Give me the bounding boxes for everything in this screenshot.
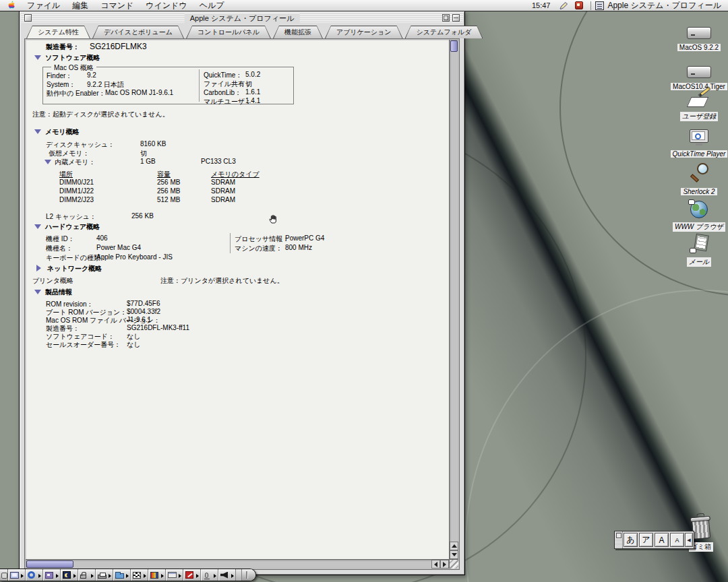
icon-label: Sherlock 2 (681, 188, 717, 195)
strip-module-keychain[interactable] (78, 569, 96, 581)
control-strip-pull-tab[interactable] (242, 569, 255, 581)
close-box-icon[interactable] (24, 14, 32, 22)
window-icon (168, 572, 177, 578)
palette-drag-handle[interactable] (615, 531, 623, 548)
menu-file[interactable]: ファイル (21, 0, 66, 11)
field-value: 切 (140, 149, 147, 158)
application-menu[interactable]: Apple システム・プロフィール (595, 0, 728, 11)
globe-icon (690, 201, 708, 218)
field-value: 9.2.2 日本語 (87, 80, 124, 90)
field-value: SG216DFL-MK3-ff11 (127, 324, 189, 331)
menu-command[interactable]: コマンド (94, 0, 140, 11)
menu-help[interactable]: ヘルプ (193, 0, 231, 11)
table-cell: DIMM0/J21 (59, 179, 94, 186)
disclosure-triangle-icon[interactable] (34, 55, 41, 60)
apple-menu-icon[interactable] (7, 1, 16, 11)
table-cell: SDRAM (211, 196, 235, 203)
strip-module-microphone[interactable] (201, 569, 218, 581)
field-label: 動作中の Enabler： (47, 89, 105, 98)
field-label: Finder： (47, 71, 72, 81)
control-strip-end-cap[interactable] (0, 569, 8, 581)
disclosure-triangle-icon[interactable] (44, 160, 51, 164)
zoom-box-icon[interactable] (442, 14, 450, 22)
field-label: マルチユーザ： (204, 97, 251, 106)
strip-module-energy-saver[interactable] (61, 569, 78, 581)
printer-section-header: プリンタ概略 (32, 276, 73, 286)
input-method-palette[interactable]: あ ア A A ◀ (614, 531, 694, 549)
memory-table-header-type: メモリのタイプ (211, 170, 260, 179)
romaji-mode-button[interactable]: A (655, 533, 669, 547)
field-value: PC133 CL3 (201, 158, 236, 165)
horizontal-scroll-thumb[interactable] (26, 560, 73, 568)
microphone-icon (205, 573, 208, 578)
app-switcher-icon[interactable] (575, 1, 583, 9)
desktop-icon-www-browser[interactable]: WWW ブラウザ (667, 195, 728, 232)
table-cell: SDRAM (211, 187, 235, 195)
strip-module-display[interactable] (8, 569, 26, 581)
desktop-icon-sherlock[interactable]: Sherlock 2 (667, 160, 728, 197)
tab-applications[interactable]: アプリケーション (325, 26, 403, 38)
palette-collapse-button[interactable]: ◀ (685, 533, 693, 547)
window-grow-box[interactable] (449, 559, 458, 569)
scroll-up-arrow-icon[interactable] (450, 542, 458, 550)
disclosure-triangle-icon[interactable] (34, 290, 41, 294)
menu-window[interactable]: ウインドウ (140, 0, 193, 11)
tab-extensions[interactable]: 機能拡張 (273, 26, 323, 38)
katakana-mode-button[interactable]: ア (639, 533, 653, 547)
collapse-box-icon[interactable] (452, 14, 460, 22)
hardware-section-header: ハードウェア概略 (45, 222, 100, 232)
window-title-bar[interactable]: Apple システム・プロフィール (21, 13, 463, 23)
strip-module-quicktime[interactable] (26, 569, 43, 581)
scroll-right-arrow-icon[interactable] (440, 560, 449, 569)
horizontal-scrollbar[interactable] (26, 559, 449, 569)
apple-system-profiler-window: Apple システム・プロフィール システム特性 デバイスとボリューム コントロ… (19, 11, 465, 575)
icon-label: QuickTime Player (671, 150, 728, 158)
system-profiler-icon (595, 1, 604, 10)
desktop-icon-quicktime-player[interactable]: QuickTime Player (667, 123, 728, 159)
strip-module-bit-depth[interactable] (131, 569, 148, 581)
vertical-scroll-thumb[interactable] (450, 40, 458, 52)
desktop-icon-mail[interactable]: メール (667, 230, 728, 267)
tab-system-folder[interactable]: システムフォルダ (405, 26, 483, 38)
strip-module-window[interactable] (166, 569, 183, 581)
menu-clock[interactable]: 15:47 (526, 1, 556, 9)
scroll-left-arrow-icon[interactable] (431, 560, 440, 569)
disclosure-triangle-collapsed-icon[interactable] (36, 265, 41, 271)
tab-control-panels[interactable]: コントロールパネル (186, 26, 271, 38)
box-divider (199, 69, 200, 102)
field-value: 9.2 (87, 71, 96, 79)
network-section-header: ネットワーク概略 (47, 264, 102, 273)
hiragana-mode-button[interactable]: あ (624, 533, 638, 547)
strip-module-kotoeri[interactable] (183, 569, 201, 581)
control-strip[interactable] (0, 569, 256, 581)
hard-disk-icon (687, 27, 711, 39)
quicktime-icon (690, 129, 708, 146)
desktop-icon-user-registration[interactable]: ユーザ登録 (667, 85, 728, 121)
table-cell: DIMM2/J23 (59, 196, 94, 203)
field-label: System： (47, 80, 75, 90)
scroll-down-arrow-icon[interactable] (450, 550, 458, 559)
tab-system-profile[interactable]: システム特性 (26, 26, 90, 38)
production-section-header: 製品情報 (45, 288, 72, 297)
vertical-scrollbar[interactable] (449, 40, 458, 559)
pencil-input-icon[interactable] (559, 1, 568, 10)
field-value: なし (127, 340, 140, 350)
strip-module-folder[interactable] (113, 569, 131, 581)
strip-module-color-depth[interactable] (148, 569, 166, 581)
memory-table-header-size: 容量 (157, 170, 171, 179)
strip-module-volume[interactable] (218, 569, 236, 581)
field-label: 機種名： (46, 244, 73, 253)
strip-module-printer[interactable] (96, 569, 113, 581)
disclosure-triangle-icon[interactable] (34, 129, 41, 134)
menu-edit[interactable]: 編集 (66, 0, 94, 11)
half-width-mode-button[interactable]: A (670, 533, 684, 547)
speaker-icon (220, 572, 228, 579)
letter-icon (690, 234, 708, 253)
strip-module-file-sharing[interactable] (43, 569, 61, 581)
field-value: 1 GB (140, 158, 156, 165)
tab-devices-volumes[interactable]: デバイスとボリューム (92, 26, 184, 38)
desktop-icon-macos922[interactable]: MacOS 9.2.2 (667, 16, 728, 53)
display-icon (10, 572, 19, 579)
disclosure-triangle-icon[interactable] (34, 224, 41, 229)
table-cell: 256 MB (157, 187, 180, 195)
